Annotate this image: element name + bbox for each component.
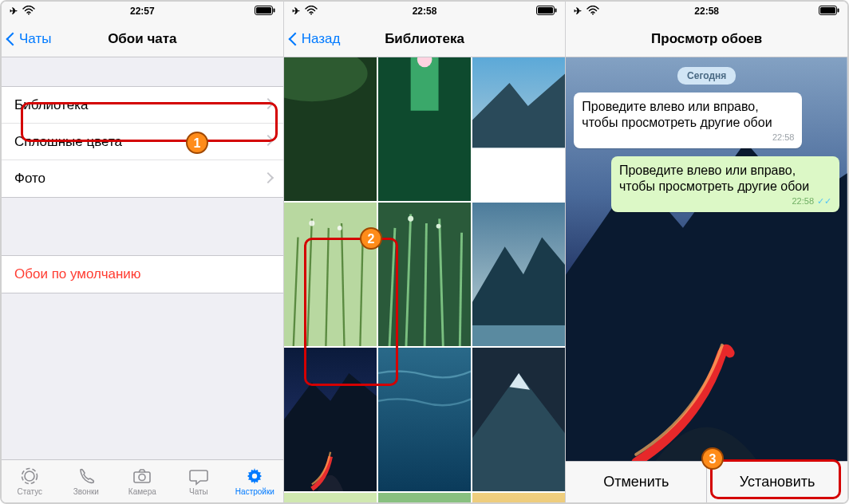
list-item-photos[interactable]: Фото	[2, 160, 283, 197]
back-button[interactable]: Назад	[290, 31, 341, 47]
wallpaper-thumb[interactable]	[472, 493, 565, 502]
list-item-label: Фото	[14, 171, 45, 187]
wallpaper-thumb[interactable]	[284, 57, 377, 201]
tab-label: Камера	[128, 487, 156, 496]
svg-point-10	[310, 13, 312, 14]
svg-point-0	[28, 13, 30, 14]
svg-rect-3	[273, 8, 274, 12]
set-button[interactable]: Установить	[706, 462, 847, 502]
wallpaper-options-list: Библиотека Сплошные цвета Фото	[2, 86, 283, 198]
wallpaper-thumb[interactable]	[472, 348, 565, 491]
nav-bar: Чаты Обои чата	[2, 21, 283, 57]
date-pill: Сегодня	[677, 67, 736, 85]
status-bar: ✈︎ 22:58	[566, 2, 847, 21]
status-time: 22:57	[130, 6, 155, 17]
chevron-right-icon	[264, 136, 270, 147]
wallpaper-thumb[interactable]	[378, 57, 471, 201]
tab-chats[interactable]: Чаты	[171, 460, 227, 502]
wallpaper-thumb[interactable]	[378, 348, 471, 491]
wifi-icon	[586, 6, 599, 18]
wallpaper-thumb[interactable]	[472, 203, 565, 346]
svg-point-48	[592, 13, 594, 14]
camera-icon	[132, 467, 152, 486]
battery-icon	[819, 6, 839, 18]
wifi-icon	[305, 6, 318, 18]
svg-rect-36	[472, 325, 565, 346]
svg-rect-51	[838, 8, 839, 12]
message-text: Проведите влево или вправо, чтобы просмо…	[619, 163, 831, 195]
svg-point-33	[408, 216, 413, 222]
message-incoming: Проведите влево или вправо, чтобы просмо…	[574, 93, 802, 148]
chevron-right-icon	[264, 100, 270, 110]
svg-rect-40	[284, 493, 377, 502]
wallpaper-thumb[interactable]	[284, 203, 377, 346]
svg-rect-2	[256, 7, 271, 14]
reset-section: Обои по умолчанию	[2, 255, 283, 293]
svg-point-4	[25, 471, 34, 481]
svg-point-26	[337, 226, 342, 230]
wallpaper-thumb[interactable]	[378, 203, 471, 346]
back-label: Чаты	[19, 31, 51, 47]
cancel-button[interactable]: Отменить	[566, 462, 706, 502]
tab-label: Статус	[17, 487, 42, 496]
chevron-right-icon	[264, 174, 270, 184]
svg-point-9	[252, 474, 257, 478]
tab-label: Чаты	[189, 487, 208, 496]
airplane-icon: ✈︎	[574, 6, 582, 17]
airplane-icon: ✈︎	[10, 6, 18, 17]
nav-title: Просмотр обоев	[651, 31, 762, 47]
svg-point-7	[139, 474, 145, 481]
panel-library: ✈︎ 22:58 Назад Библиотека	[284, 2, 567, 502]
wifi-icon	[22, 6, 35, 18]
svg-point-25	[309, 221, 314, 226]
nav-title: Библиотека	[385, 31, 464, 47]
svg-rect-12	[538, 7, 553, 14]
message-time: 22:58	[582, 132, 794, 144]
wallpaper-preview[interactable]: Сегодня Проведите влево или вправо, чтоб…	[566, 57, 847, 461]
svg-rect-50	[820, 7, 835, 14]
svg-rect-43	[378, 493, 471, 502]
tab-status[interactable]: Статус	[2, 460, 58, 502]
status-time: 22:58	[413, 6, 437, 17]
chat-icon	[188, 467, 209, 486]
panel-wallpaper-settings: ✈︎ 22:57 Чаты Обои чата Библиотека	[2, 2, 284, 502]
tab-settings[interactable]: Настройки	[227, 460, 283, 502]
wallpaper-thumb[interactable]	[378, 493, 471, 502]
nav-bar: Просмотр обоев	[566, 21, 847, 57]
wallpaper-thumb[interactable]	[472, 57, 565, 201]
chevron-left-icon	[8, 31, 18, 47]
action-bar: Отменить Установить	[566, 461, 847, 502]
message-time: 22:58	[792, 196, 814, 206]
wallpaper-grid	[284, 57, 566, 502]
list-item-label: Обои по умолчанию	[14, 266, 141, 282]
list-item-library[interactable]: Библиотека	[2, 87, 283, 124]
tab-calls[interactable]: Звонки	[58, 460, 115, 502]
back-label: Назад	[302, 31, 341, 47]
tab-label: Настройки	[235, 487, 274, 496]
message-outgoing: Проведите влево или вправо, чтобы просмо…	[611, 156, 839, 212]
svg-rect-13	[555, 8, 557, 12]
reset-default-wallpaper[interactable]: Обои по умолчанию	[2, 256, 283, 293]
message-text: Проведите влево или вправо, чтобы просмо…	[582, 99, 794, 131]
back-button[interactable]: Чаты	[8, 31, 51, 47]
wallpaper-thumb[interactable]	[284, 493, 377, 502]
list-item-solid-colors[interactable]: Сплошные цвета	[2, 124, 283, 160]
nav-title: Обои чата	[108, 31, 176, 47]
svg-rect-38	[378, 348, 471, 491]
nav-bar: Назад Библиотека	[284, 21, 566, 57]
tab-label: Звонки	[73, 487, 99, 496]
battery-icon	[536, 6, 557, 18]
panel-preview: ✈︎ 22:58 Просмотр обоев	[566, 2, 847, 502]
action-label: Установить	[740, 474, 815, 490]
tab-bar: Статус Звонки Камера Чаты Настройки	[2, 459, 283, 502]
action-label: Отменить	[603, 474, 669, 490]
tab-camera[interactable]: Камера	[114, 460, 171, 502]
battery-icon	[255, 6, 275, 18]
list-item-label: Сплошные цвета	[14, 134, 122, 150]
phone-icon	[76, 467, 97, 486]
wallpaper-thumb-selected[interactable]	[284, 348, 377, 491]
double-check-icon: ✓✓	[817, 196, 831, 206]
gear-icon	[244, 467, 265, 486]
svg-rect-19	[284, 203, 377, 346]
status-bar: ✈︎ 22:57	[2, 2, 283, 21]
